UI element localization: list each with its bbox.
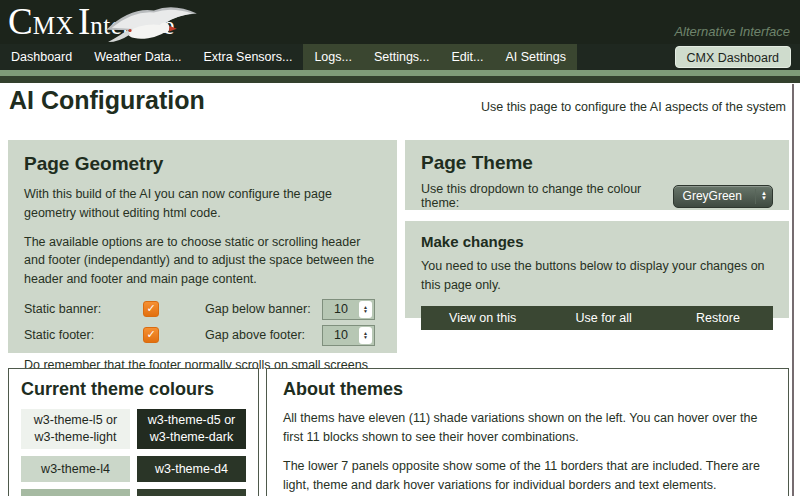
theme-selected-value: GreyGreen <box>674 189 755 203</box>
page-title: AI Configuration <box>9 86 205 115</box>
scrollbar[interactable] <box>792 84 794 496</box>
page-subtitle: Use this page to configure the AI aspect… <box>481 100 786 114</box>
page-geometry-panel: Page Geometry With this build of the AI … <box>8 140 397 353</box>
header: CMX Interface Alternative Interface <box>0 0 800 44</box>
changes-button-bar: View on this page Use for all pages Rest… <box>421 306 773 330</box>
nav-edit[interactable]: Edit... <box>441 44 495 70</box>
nav-extra-sensors[interactable]: Extra Sensors... <box>192 44 303 70</box>
swatch-theme-l5[interactable]: w3-theme-l5 or w3-theme-light <box>21 409 130 449</box>
nav-dashboard[interactable]: Dashboard <box>0 44 83 70</box>
swatch-grid: w3-theme-l5 or w3-theme-light w3-theme-d… <box>21 409 246 496</box>
page-theme-panel: Page Theme Use this dropdown to change t… <box>405 140 789 210</box>
about-paragraph-1: All thems have eleven (11) shade variati… <box>283 409 772 448</box>
page-geometry-title: Page Geometry <box>24 153 381 175</box>
about-themes-title: About themes <box>283 379 772 400</box>
seagull-icon <box>103 1 201 43</box>
nav-ai-settings[interactable]: AI Settings <box>495 44 577 70</box>
static-banner-checkbox[interactable]: ✓ <box>143 301 159 317</box>
static-banner-label: Static banner: <box>24 302 143 316</box>
gap-above-footer-label: Gap above footer: <box>205 328 322 342</box>
main-nav: Dashboard Weather Data... Extra Sensors.… <box>0 44 800 70</box>
geometry-paragraph-2: The available options are to choose stat… <box>24 233 381 289</box>
about-paragraph-2: The lower 7 panels opposite show some of… <box>283 457 772 496</box>
gap-above-footer-input[interactable]: 10 ▲ ▼ <box>322 325 375 346</box>
theme-select[interactable]: GreyGreen ▲ ▼ <box>673 185 773 208</box>
static-footer-row: Static footer: ✓ Gap above footer: 10 ▲ … <box>24 325 381 346</box>
nav-settings[interactable]: Settings... <box>363 44 441 70</box>
make-changes-title: Make changes <box>421 233 773 250</box>
divider-strip-dark <box>0 76 800 83</box>
restore-default-button[interactable]: Restore default <box>663 306 773 330</box>
swatch-theme-l4[interactable]: w3-theme-l4 <box>21 456 130 482</box>
make-changes-panel: Make changes You need to use the buttons… <box>405 221 789 318</box>
gap-below-banner-input[interactable]: 10 ▲ ▼ <box>322 299 375 320</box>
stepper-icon[interactable]: ▲ ▼ <box>359 327 372 344</box>
theme-dropdown-label: Use this dropdown to change the colour t… <box>421 182 667 210</box>
static-banner-row: Static banner: ✓ Gap below banner: 10 ▲ … <box>24 299 381 320</box>
swatch-theme-d3[interactable]: w3-theme-d3 <box>137 489 246 496</box>
nav-logs[interactable]: Logs... <box>303 44 363 70</box>
page-theme-title: Page Theme <box>421 152 773 174</box>
swatch-theme-l3[interactable]: w3-theme-l3 <box>21 489 130 496</box>
static-footer-label: Static footer: <box>24 328 143 342</box>
nav-weather-data[interactable]: Weather Data... <box>83 44 192 70</box>
gap-below-banner-label: Gap below banner: <box>205 302 322 316</box>
about-themes-panel: About themes All thems have eleven (11) … <box>266 368 789 496</box>
app-window: CMX Interface Alternative Interface Dash… <box>0 0 800 496</box>
swatch-theme-d5[interactable]: w3-theme-d5 or w3-theme-dark <box>137 409 246 449</box>
cmx-dashboard-button[interactable]: CMX Dashboard <box>675 46 791 68</box>
select-arrows-icon: ▲ ▼ <box>755 189 772 204</box>
swatch-theme-d4[interactable]: w3-theme-d4 <box>137 456 246 482</box>
current-theme-colours-panel: Current theme colours w3-theme-l5 or w3-… <box>8 368 259 496</box>
logo-text: C <box>8 1 33 42</box>
view-on-this-page-button[interactable]: View on this page <box>421 306 544 330</box>
geometry-paragraph-1: With this build of the AI you can now co… <box>24 185 381 223</box>
current-theme-colours-title: Current theme colours <box>21 379 246 400</box>
static-footer-checkbox[interactable]: ✓ <box>143 327 159 343</box>
alternative-interface-link[interactable]: Alternative Interface <box>674 24 790 39</box>
use-for-all-pages-button[interactable]: Use for all pages <box>544 306 663 330</box>
stepper-icon[interactable]: ▲ ▼ <box>359 301 372 318</box>
make-changes-description: You need to use the buttons below to dis… <box>421 257 773 295</box>
